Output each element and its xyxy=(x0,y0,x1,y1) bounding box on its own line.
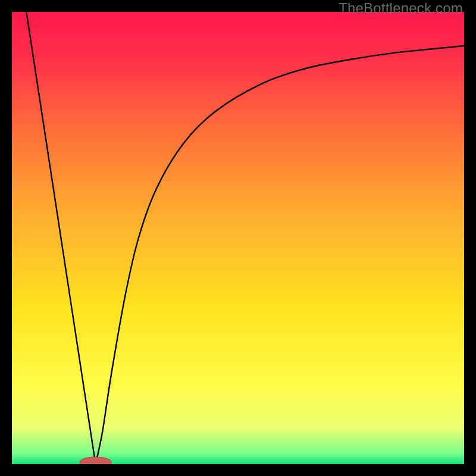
chart-frame xyxy=(12,12,464,464)
gradient-background xyxy=(12,12,464,464)
bottleneck-chart xyxy=(12,12,464,464)
watermark-text: TheBottleneck.com xyxy=(339,0,463,17)
